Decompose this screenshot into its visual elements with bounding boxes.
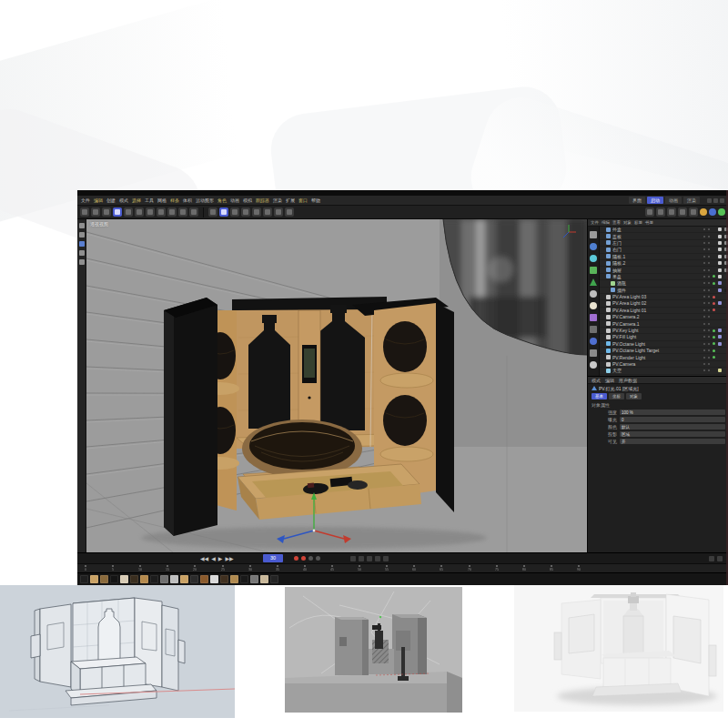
visibility-dot-top[interactable] <box>703 302 705 304</box>
menu-item[interactable]: 工具 <box>145 197 154 203</box>
visibility-dot-top[interactable] <box>703 228 705 230</box>
simulate-icon[interactable] <box>285 207 294 217</box>
attribute-tab[interactable]: 编辑 <box>605 378 614 383</box>
menu-item[interactable]: 文件 <box>81 197 90 203</box>
key-rotation-icon[interactable] <box>367 556 372 561</box>
undo-icon[interactable] <box>80 207 89 217</box>
menu-item[interactable]: 渲染 <box>273 197 282 203</box>
maximize-icon[interactable] <box>713 198 718 203</box>
transport-button[interactable]: ◀◀ <box>200 555 208 562</box>
mode-icon[interactable] <box>79 232 85 238</box>
visibility-dot-top[interactable] <box>703 363 705 365</box>
object-row[interactable]: 左门 <box>600 240 728 247</box>
material-swatch[interactable] <box>180 575 188 583</box>
palette-icon[interactable] <box>590 255 597 262</box>
visibility-dot-top[interactable] <box>703 256 705 258</box>
material-swatch[interactable] <box>110 575 118 583</box>
enabled-dot[interactable] <box>713 329 715 332</box>
object-manager-menu-item[interactable]: 标签 <box>634 220 642 225</box>
visibility-dot-top[interactable] <box>703 343 705 345</box>
menu-item[interactable]: 动画 <box>230 197 239 203</box>
attribute-field[interactable]: 0 <box>620 417 725 422</box>
rotate-tool-icon[interactable] <box>135 207 144 217</box>
white-render-thumbnail[interactable] <box>514 585 723 712</box>
visibility-dot-bottom[interactable] <box>708 329 710 331</box>
visibility-dot-top[interactable] <box>703 262 705 264</box>
visibility-dot-bottom[interactable] <box>708 316 710 318</box>
object-manager-menu-item[interactable]: 书签 <box>645 220 653 225</box>
make-editable-icon[interactable] <box>241 207 250 217</box>
timeline-options-icon[interactable] <box>717 556 723 561</box>
keyframe-icon[interactable] <box>308 556 313 561</box>
object-tag-icon[interactable] <box>718 288 722 292</box>
material-swatch[interactable] <box>220 575 228 583</box>
environment-icon[interactable] <box>689 207 698 217</box>
object-row[interactable]: 盖板 <box>600 233 728 239</box>
object-tag-icon[interactable] <box>718 329 722 332</box>
attribute-field[interactable]: 开 <box>620 439 725 444</box>
visibility-dot-bottom[interactable] <box>708 289 710 291</box>
visibility-dot-top[interactable] <box>703 329 705 331</box>
attribute-field[interactable]: 默认 <box>620 424 725 430</box>
object-tag-icon[interactable] <box>718 255 722 258</box>
visibility-dot-bottom[interactable] <box>708 236 710 238</box>
object-tag-icon[interactable] <box>718 301 722 305</box>
object-tag-icon[interactable] <box>718 241 722 245</box>
material-swatch[interactable] <box>130 575 138 583</box>
menu-item[interactable]: 模拟 <box>243 197 252 203</box>
render-settings-icon[interactable] <box>219 207 228 217</box>
menu-item[interactable]: 帮助 <box>311 197 320 203</box>
material-swatch[interactable] <box>170 575 178 583</box>
object-row[interactable]: 天空 <box>600 368 728 374</box>
visibility-dot-bottom[interactable] <box>708 248 710 250</box>
object-row[interactable]: PV.Octane Light <box>600 341 728 348</box>
transport-button[interactable]: ▶▶ <box>225 555 233 562</box>
model-gift-box[interactable] <box>164 297 454 536</box>
object-row[interactable]: 酒瓶 <box>600 280 728 287</box>
material-swatch[interactable] <box>90 575 98 583</box>
enabled-dot[interactable] <box>713 342 715 345</box>
palette-icon[interactable] <box>590 361 597 369</box>
object-row[interactable]: PV.Camera <box>600 361 728 368</box>
material-preview-icon[interactable] <box>700 208 707 216</box>
visibility-dot-top[interactable] <box>703 276 705 278</box>
wireframe-render-thumbnail[interactable] <box>0 585 235 718</box>
enabled-dot[interactable] <box>713 336 715 339</box>
object-tag-icon[interactable] <box>718 248 722 251</box>
visibility-dot-bottom[interactable] <box>708 228 710 230</box>
menu-item[interactable]: 角色 <box>217 197 227 203</box>
enabled-dot[interactable] <box>713 356 715 359</box>
menu-item[interactable]: 样条 <box>170 197 179 203</box>
render-view-icon[interactable] <box>208 207 217 217</box>
redo-icon[interactable] <box>91 207 100 217</box>
visibility-dot-top[interactable] <box>703 309 705 311</box>
menu-item[interactable]: 扩展 <box>286 197 295 203</box>
object-row[interactable]: PV.Octane Light Target <box>600 348 728 354</box>
menu-item[interactable]: 运动图形 <box>196 197 214 203</box>
x-axis-lock-icon[interactable] <box>157 207 166 217</box>
attribute-chip-object[interactable]: 对象 <box>626 393 642 399</box>
object-row[interactable]: PV.Area Light 02 <box>600 300 728 307</box>
object-tag-icon[interactable] <box>718 268 722 272</box>
menu-item[interactable]: 体积 <box>183 197 192 203</box>
palette-icon[interactable] <box>590 278 597 286</box>
key-pla-icon[interactable] <box>383 556 389 561</box>
material-swatch[interactable] <box>200 575 208 583</box>
object-tag-icon[interactable] <box>718 335 722 339</box>
volume-icon[interactable] <box>274 207 283 217</box>
visibility-dot-bottom[interactable] <box>708 276 710 278</box>
material-swatch[interactable] <box>160 575 168 583</box>
palette-icon[interactable] <box>590 349 597 357</box>
object-row[interactable]: 右门 <box>600 247 728 253</box>
attribute-tab[interactable]: 模式 <box>592 378 601 383</box>
scale-tool-icon[interactable] <box>124 207 133 217</box>
visibility-dot-bottom[interactable] <box>708 363 710 365</box>
y-axis-lock-icon[interactable] <box>167 207 177 217</box>
object-row[interactable]: PV.Fill Light <box>600 334 728 340</box>
enabled-dot[interactable] <box>713 282 715 285</box>
attribute-chip-basic[interactable]: 基本 <box>592 393 607 399</box>
visibility-dot-top[interactable] <box>703 289 705 291</box>
menu-item[interactable]: 选择 <box>132 197 141 203</box>
palette-icon[interactable] <box>590 302 597 309</box>
layout-tab[interactable]: 动画 <box>665 197 682 204</box>
